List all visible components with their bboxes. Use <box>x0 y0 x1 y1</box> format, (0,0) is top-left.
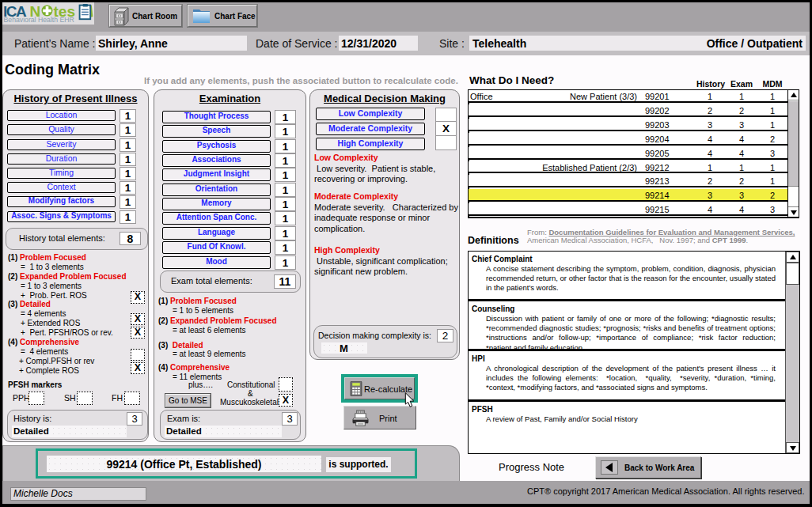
svg-text:Behavioral Health EHR: Behavioral Health EHR <box>4 16 74 24</box>
